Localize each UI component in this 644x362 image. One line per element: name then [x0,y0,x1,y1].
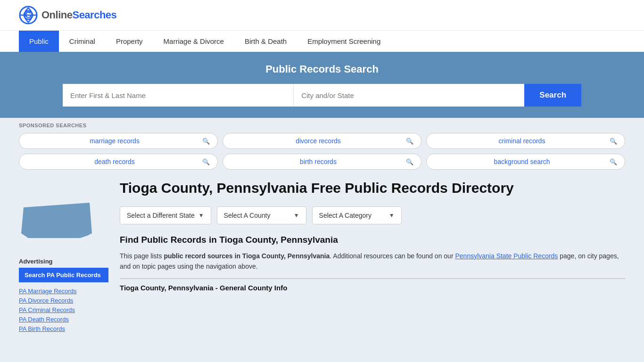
chevron-down-icon: ▼ [294,212,299,219]
chevron-down-icon: ▼ [198,212,204,219]
sponsored-link-background-text: background search [434,158,610,165]
state-dropdown-label: Select a Different State [127,212,195,219]
county-info-title: Tioga County, Pennsylvania - General Cou… [120,284,625,292]
ad-button[interactable]: Search PA Public Records [19,268,108,282]
search-icon: 🔍 [406,158,413,165]
list-item: PA Death Records [19,315,108,323]
nav-item-employment[interactable]: Employment Screening [297,31,391,52]
advertising-label: Advertising [19,258,108,265]
sponsored-link-birth[interactable]: birth records 🔍 [223,154,421,170]
state-map [19,193,108,251]
find-desc: This page lists public record sources in… [120,251,625,272]
find-desc-text-before: This page lists [120,252,164,260]
sponsored-link-death-text: death records [27,158,202,165]
sidebar: Advertising Search PA Public Records PA … [19,179,108,334]
logo-icon: G [19,6,38,25]
nav-item-public[interactable]: Public [19,31,59,52]
search-form: Search [63,84,581,107]
ad-links: PA Marriage Records PA Divorce Records P… [19,287,108,332]
search-banner: Public Records Search Search [0,52,644,118]
find-title: Find Public Records in Tioga County, Pen… [120,235,625,245]
sponsored-link-birth-text: birth records [231,158,406,165]
sponsored-link-marriage-text: marriage records [27,137,202,145]
list-item: PA Criminal Records [19,306,108,313]
search-button[interactable]: Search [524,84,581,107]
list-item: PA Divorce Records [19,296,108,304]
pa-divorce-link[interactable]: PA Divorce Records [19,297,73,304]
search-icon: 🔍 [202,138,210,145]
header: G OnlineSearches [0,0,644,30]
find-desc-text-middle: . Additional resources can be found on o… [330,252,455,260]
category-dropdown-label: Select A Category [319,212,385,219]
pa-marriage-link[interactable]: PA Marriage Records [19,288,77,295]
logo[interactable]: G OnlineSearches [19,6,116,25]
sponsored-link-death[interactable]: death records 🔍 [19,154,218,170]
page-title: Tioga County, Pennsylvania Free Public R… [120,179,625,197]
main-column: Tioga County, Pennsylvania Free Public R… [120,179,625,334]
list-item: PA Marriage Records [19,287,108,295]
svg-text:G: G [25,10,32,20]
nav-item-property[interactable]: Property [106,31,153,52]
search-banner-title: Public Records Search [19,63,625,75]
location-input[interactable] [294,84,524,107]
pa-death-link[interactable]: PA Death Records [19,316,69,323]
logo-text: OnlineSearches [41,9,116,21]
nav-item-marriage-divorce[interactable]: Marriage & Divorce [153,31,234,52]
pa-state-svg [19,193,94,250]
sponsored-link-background[interactable]: background search 🔍 [426,154,625,170]
state-dropdown[interactable]: Select a Different State ▼ [120,206,211,224]
main-content: Advertising Search PA Public Records PA … [0,170,644,344]
nav-item-criminal[interactable]: Criminal [59,31,106,52]
category-dropdown[interactable]: Select A Category ▼ [312,206,402,224]
sponsored-link-marriage[interactable]: marriage records 🔍 [19,133,218,149]
sponsored-link-divorce-text: divorce records [231,137,406,145]
main-nav: Public Criminal Property Marriage & Divo… [0,30,644,52]
name-input[interactable] [63,84,294,107]
pa-criminal-link[interactable]: PA Criminal Records [19,306,75,313]
search-icon: 🔍 [202,158,210,165]
pa-state-records-link[interactable]: Pennsylvania State Public Records [455,252,558,260]
search-icon: 🔍 [610,138,617,145]
county-dropdown-label: Select A County [224,212,290,219]
county-dropdown[interactable]: Select A County ▼ [217,206,306,224]
nav-item-birth-death[interactable]: Birth & Death [234,31,297,52]
find-desc-bold: public record sources in Tioga County, P… [164,252,330,260]
sponsored-links: marriage records 🔍 divorce records 🔍 cri… [19,133,625,170]
pa-birth-link[interactable]: PA Birth Records [19,325,65,332]
sponsored-link-divorce[interactable]: divorce records 🔍 [223,133,421,149]
sponsored-link-criminal[interactable]: criminal records 🔍 [426,133,625,149]
list-item: PA Birth Records [19,325,108,332]
sponsored-label: SPONSORED SEARCHES [19,123,625,128]
chevron-down-icon: ▼ [389,212,395,219]
sponsored-section: SPONSORED SEARCHES marriage records 🔍 di… [0,118,644,170]
search-icon: 🔍 [406,138,413,145]
search-icon: 🔍 [610,158,617,165]
dropdowns: Select a Different State ▼ Select A Coun… [120,206,625,224]
sponsored-link-criminal-text: criminal records [434,137,610,145]
svg-marker-5 [21,203,92,238]
county-info-bar: Tioga County, Pennsylvania - General Cou… [120,278,625,292]
